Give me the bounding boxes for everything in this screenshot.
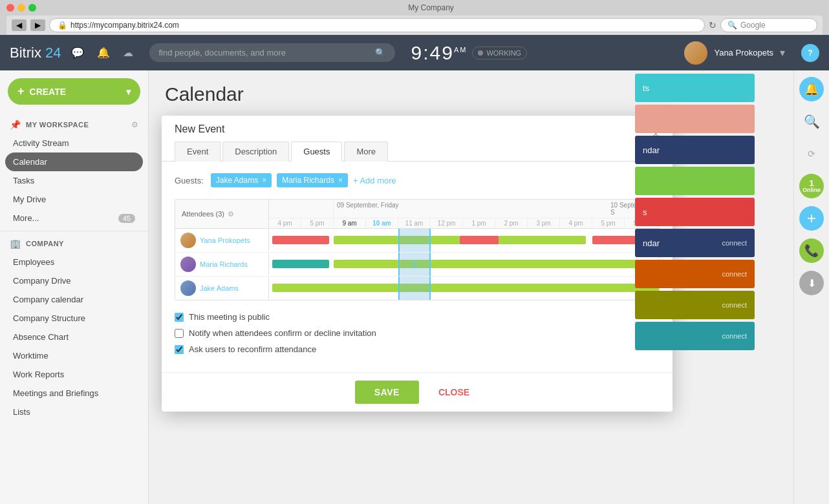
url-bar[interactable]: 🔒 https://mycompany.bitrix24.com [49,18,705,32]
panel-item-olive[interactable]: connect [635,291,755,319]
connect-link-3[interactable]: connect [722,301,747,309]
yana-name[interactable]: Yana Prokopets [200,236,250,244]
panel-item-cyan[interactable]: ts [635,74,755,102]
traffic-green[interactable] [28,4,36,12]
search-text: Google [740,21,766,30]
sidebar-item-company-structure[interactable]: Company Structure [0,309,148,328]
guest-tag-jake[interactable]: Jake Adams × [211,173,272,187]
search-button[interactable]: 🔍 [799,109,824,134]
tab-guests[interactable]: Guests [291,142,342,162]
sidebar-item-employees[interactable]: Employees [0,253,148,271]
close-button[interactable]: CLOSE [429,381,479,404]
sidebar-item-meetings[interactable]: Meetings and Briefings [0,384,148,403]
chat-icon[interactable]: 💬 [71,47,84,59]
back-button[interactable]: ◀ [12,19,27,31]
sidebar-item-company-drive[interactable]: Company Drive [0,271,148,290]
connect-link-1[interactable]: connect [722,239,747,247]
browser-chrome: My Company ◀ ▶ 🔒 https://mycompany.bitri… [0,0,829,35]
cloud-icon[interactable]: ☁ [123,47,133,59]
guest-tag-maria[interactable]: Maria Richards × [277,173,348,187]
cal-user-yana: Yana Prokopets [175,229,269,251]
user-name[interactable]: Yana Prokopets [714,48,773,58]
traffic-red[interactable] [6,4,14,12]
tab-more[interactable]: More [344,142,388,162]
search-icon: 🔍 [727,21,737,30]
sidebar-item-lists[interactable]: Lists [0,403,148,421]
maria-avatar [180,257,196,272]
connect-link-4[interactable]: connect [722,332,747,340]
time-display: 9:49 [411,42,454,63]
browser-title: My Company [39,3,823,12]
calendar-grid: Attendees (3) ⚙ 09 September, Friday 10 … [175,199,660,300]
sidebar-item-calendar[interactable]: Calendar [5,152,143,171]
jake-remove-icon[interactable]: × [262,176,266,185]
add-button[interactable]: + [799,206,824,231]
connect-link-2[interactable]: connect [722,270,747,278]
right-panels: ts ndar s ndar connect connect connect c… [632,70,758,353]
modal-body: Guests: Jake Adams × Maria Richards × + … [162,162,673,372]
browser-search[interactable]: 🔍 Google [720,18,817,32]
search-global-icon: 🔍 [375,48,385,58]
panel-item-navy2[interactable]: ndar connect [635,229,755,257]
add-more-link[interactable]: + Add more [353,176,396,185]
notification-button[interactable]: 🔔 [799,77,824,101]
create-button[interactable]: + CREATE ▾ [8,78,140,105]
working-badge[interactable]: WORKING [472,47,527,59]
checkbox-notify-input[interactable] [175,329,184,338]
sidebar-item-work-reports[interactable]: Work Reports [0,365,148,384]
settings-icon[interactable]: ⚙ [131,120,138,129]
global-search[interactable]: find people, documents, and more 🔍 [149,43,395,62]
sidebar-item-more[interactable]: More... 45 [0,209,148,227]
sidebar-item-my-drive[interactable]: My Drive [0,190,148,209]
sidebar-item-worktime[interactable]: Worktime [0,346,148,365]
refresh-button[interactable]: ↻ [709,20,716,30]
pushpin-icon: 📌 [10,120,21,130]
workspace-section: 📌 MY WORKSPACE ⚙ Activity Stream Calenda… [0,112,148,231]
tab-event[interactable]: Event [175,142,221,162]
create-chevron-icon: ▾ [126,87,131,97]
attendees-header: Attendees (3) ⚙ [175,200,269,228]
traffic-yellow[interactable] [17,4,25,12]
panel-item-red[interactable]: s [635,198,755,226]
jake-adams-label: Jake Adams [216,176,258,185]
phone-button[interactable]: 📞 [799,238,824,263]
chevron-down-icon[interactable]: ▾ [780,47,785,59]
sidebar-item-company-calendar[interactable]: Company calendar [0,290,148,309]
logo-bitrix: Bitrix [10,45,41,61]
panel-item-navy[interactable]: ndar [635,136,755,164]
download-button[interactable]: ⬇ [799,271,824,295]
maria-remove-icon[interactable]: × [338,176,343,185]
panel-item-orange[interactable]: connect [635,260,755,288]
bell-icon[interactable]: 🔔 [97,47,110,59]
checkbox-public-input[interactable] [175,313,184,322]
panel-item-green[interactable] [635,167,755,195]
ampm-display: AM [454,46,468,54]
sidebar-item-tasks[interactable]: Tasks [0,171,148,190]
modal-footer: SAVE CLOSE [162,372,673,412]
checkbox-reconfirm-input[interactable] [175,345,184,354]
help-button[interactable]: ? [801,44,819,62]
online-button[interactable]: 1 Online [799,174,824,198]
avatar[interactable] [684,41,707,65]
jake-name[interactable]: Jake Adams [200,284,239,292]
modal: New Event Event Description Guests More … [162,116,673,412]
save-button[interactable]: SAVE [355,381,419,404]
settings-gear-icon[interactable]: ⚙ [228,210,234,218]
create-label: CREATE [30,87,67,97]
forward-button[interactable]: ▶ [30,19,45,31]
maria-name[interactable]: Maria Richards [200,260,248,268]
table-row: Yana Prokopets [175,229,659,253]
maria-richards-label: Maria Richards [282,176,334,185]
tab-description[interactable]: Description [222,142,289,162]
sidebar-item-activity-stream[interactable]: Activity Stream [0,134,148,152]
checkbox-reconfirm: Ask users to reconfirm attendance [175,344,660,354]
panel-item-salmon[interactable] [635,105,755,133]
workspace-label: MY WORKSPACE [26,121,89,129]
sidebar-item-absence-chart[interactable]: Absence Chart [0,328,148,346]
user-section: Yana Prokopets ▾ [684,41,785,65]
more-badge: 45 [118,214,135,223]
cal-user-jake: Jake Adams [175,277,269,299]
lock-icon: 🔒 [58,21,67,30]
panel-item-teal[interactable]: connect [635,322,755,350]
url-text: https://mycompany.bitrix24.com [70,21,179,30]
